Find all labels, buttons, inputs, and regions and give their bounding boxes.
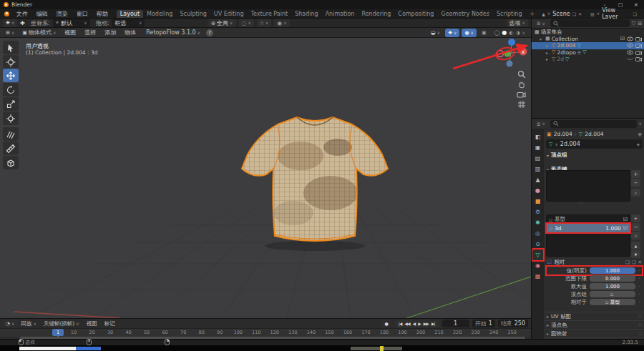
vertex-group-specials-button[interactable]: ∨: [631, 189, 640, 197]
shape-key-checkbox[interactable]: ☑: [623, 217, 628, 222]
tool-measure[interactable]: [3, 142, 19, 155]
tool-transform[interactable]: [3, 112, 19, 125]
active-tool-dropdown[interactable]: ✚ ∨: [3, 19, 17, 27]
eye-open-icon[interactable]: [627, 50, 633, 55]
add-vertex-group-button[interactable]: +: [631, 170, 640, 178]
move-shape-key-down-button[interactable]: ▼: [631, 250, 640, 258]
tool-cursor[interactable]: [3, 55, 19, 69]
camera-render-icon[interactable]: [635, 36, 642, 41]
properties-filter-dropdown[interactable]: ∨: [639, 122, 642, 126]
view-layer-selector[interactable]: ▥ ∨ View Layer ❏: [587, 9, 640, 18]
eye-closed-icon[interactable]: [627, 56, 633, 61]
tool-rotate[interactable]: [3, 83, 19, 97]
properties-tab-constraints[interactable]: ⊙: [532, 239, 543, 249]
timeline-menu-item-3[interactable]: 标记: [101, 320, 119, 327]
menu-item-4[interactable]: 帮助: [92, 10, 112, 18]
pan-view-icon[interactable]: [515, 80, 527, 89]
shape-key-3d[interactable]: ▫ 3d 1.000 ☑: [547, 224, 630, 232]
eye-open-icon[interactable]: [627, 36, 633, 41]
properties-editor-dropdown[interactable]: ☰ ∨: [534, 120, 548, 128]
transform-orientation-dropdown[interactable]: ⊕ 全局 ∨: [208, 19, 235, 27]
section-item-1[interactable]: ▸ 顶点色 ∷: [544, 320, 644, 329]
section-uv[interactable]: ▸ UV 贴图 ∷: [544, 312, 644, 320]
collection-checkbox[interactable]: ☑: [620, 36, 625, 41]
properties-tab-texture[interactable]: ▦: [532, 271, 543, 282]
remove-shape-key-button[interactable]: −: [631, 223, 640, 231]
outliner-item-2dtopo[interactable]: ▸ ▽ 2dtopo ☰ ▽: [532, 49, 644, 56]
workspace-tab-shading[interactable]: Shading: [291, 10, 322, 18]
breadcrumb-data[interactable]: 2d.004: [585, 131, 603, 137]
camera-render-icon[interactable]: [635, 43, 642, 48]
zoom-view-icon[interactable]: [515, 70, 527, 79]
properties-tab-render[interactable]: ▣: [532, 142, 543, 153]
orientation-select[interactable]: ⌖ 默认 ∨: [53, 19, 90, 27]
delete-scene-icon[interactable]: ✕: [578, 11, 582, 16]
outliner-search-input[interactable]: [550, 19, 630, 27]
outliner-item-2d-004[interactable]: ▸ ▽ 2d.004 ▽: [532, 42, 644, 49]
properties-tab-output[interactable]: ▤: [532, 153, 543, 164]
expander-icon[interactable]: ▸: [546, 50, 550, 55]
tool-add-cube[interactable]: [3, 156, 19, 169]
camera-render-icon[interactable]: [635, 56, 642, 61]
animate-property-dot[interactable]: ·: [638, 268, 640, 274]
xray-toggle[interactable]: ▣: [479, 29, 489, 37]
scene-selector[interactable]: ▲ ∨ Scene ❏ ✕: [539, 9, 585, 18]
properties-tab-material[interactable]: ◉: [532, 260, 543, 271]
add-shape-key-button[interactable]: +: [631, 214, 640, 222]
gizmo-z-axis[interactable]: [508, 39, 515, 46]
frame-end-field[interactable]: 结束 250: [498, 320, 528, 327]
workspace-tab-animation[interactable]: Animation: [322, 10, 358, 18]
viewport-menu-item-2[interactable]: 添加: [100, 29, 120, 36]
snap-toggle[interactable]: ∩ ∨: [257, 19, 271, 27]
clear-shape-keys-icon[interactable]: ✕: [638, 259, 642, 265]
workspace-tab-rendering[interactable]: Rendering: [358, 10, 394, 18]
editor-type-dropdown[interactable]: ⊞ ∨: [3, 29, 17, 37]
pin-icon[interactable]: ◈: [638, 131, 642, 137]
pivot-point-dropdown[interactable]: ◌ ∨: [239, 19, 254, 27]
animate-property-dot[interactable]: ·: [638, 300, 640, 305]
shape-key-value[interactable]: 1.000: [605, 225, 620, 232]
timeline-menu-item-0[interactable]: 回放 ∨: [18, 320, 40, 327]
relative-checkbox[interactable]: ☑: [547, 259, 552, 265]
gizmo-y-axis[interactable]: [504, 51, 511, 57]
shading-wireframe-button[interactable]: ◯: [494, 30, 500, 36]
gizmo-neg-x-axis[interactable]: [497, 51, 504, 57]
expander-icon[interactable]: ▸: [546, 43, 550, 48]
workspace-tab-uv-editing[interactable]: UV Editing: [210, 10, 248, 18]
move-shape-key-up-button[interactable]: ▲: [631, 242, 640, 249]
properties-tab-scene[interactable]: ▲: [532, 174, 543, 185]
breadcrumb-object[interactable]: 2d.004: [554, 131, 572, 137]
animate-property-dot[interactable]: ·: [638, 284, 640, 290]
menu-item-1[interactable]: 编辑: [32, 10, 52, 18]
orthographic-toggle-icon[interactable]: [515, 100, 527, 109]
expander-icon[interactable]: ▾: [540, 36, 544, 41]
copy-view-layer-icon[interactable]: ❏: [633, 11, 637, 16]
tool-select-box[interactable]: [3, 41, 19, 54]
add-workspace-button[interactable]: +: [526, 11, 540, 17]
timeline-menu-item-2[interactable]: 视图: [83, 320, 101, 327]
frame-start-field[interactable]: 开始 1: [472, 320, 495, 327]
camera-render-icon[interactable]: [635, 50, 642, 55]
mode-dropdown[interactable]: ▣ 物体模式 ∨: [19, 29, 59, 37]
workspace-tab-sculpting[interactable]: Sculpting: [176, 10, 210, 18]
proportional-edit-toggle[interactable]: ◉ ∧: [274, 19, 289, 27]
properties-tab-object[interactable]: ■: [532, 196, 543, 207]
gizmos-toggle[interactable]: ✚ ∨: [445, 29, 459, 37]
properties-tab-modifiers[interactable]: ⚙: [532, 207, 543, 217]
eye-open-icon[interactable]: [627, 43, 633, 48]
shape-key-checkbox[interactable]: ☑: [623, 225, 628, 231]
shading-rendered-button[interactable]: ◑: [515, 30, 519, 36]
workspace-tab-layout[interactable]: Layout: [117, 10, 143, 18]
menu-item-3[interactable]: 窗口: [72, 10, 92, 18]
expander-icon[interactable]: ▸: [546, 56, 550, 61]
resize-grip[interactable]: ∷: [580, 199, 582, 204]
workspace-tab-texture-paint[interactable]: Texture Paint: [248, 10, 292, 18]
animate-property-dot[interactable]: ·: [638, 292, 640, 297]
filter-icon[interactable]: ▽: [632, 21, 635, 26]
current-frame-field[interactable]: 1: [442, 320, 469, 327]
workspace-tab-compositing[interactable]: Compositing: [394, 10, 437, 18]
blender-menu-icon[interactable]: [4, 11, 9, 16]
viewport-menu-item-1[interactable]: 选择: [80, 29, 100, 36]
help-icon[interactable]: ?: [206, 29, 213, 36]
properties-tab-object-data[interactable]: ▽: [532, 249, 543, 260]
